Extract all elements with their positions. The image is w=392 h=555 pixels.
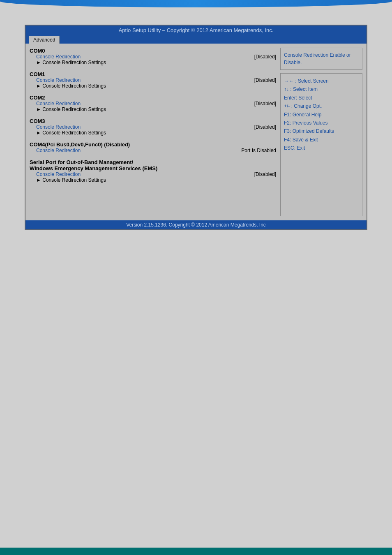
key-f3: F3: Optimized Defaults — [284, 127, 359, 135]
com1-heading: COM1 — [30, 71, 276, 77]
com1-row: Console Redirection [Disabled] — [30, 77, 276, 83]
keys-box: →← : Select Screen ↑↓ : Select Item Ente… — [280, 73, 362, 216]
com3-heading: COM3 — [30, 118, 276, 124]
key-f1: F1: General Help — [284, 111, 359, 119]
com2-arrow[interactable]: ► Console Redirection Settings — [30, 106, 276, 112]
com1-subitem[interactable]: Console Redirection — [36, 77, 81, 83]
key-select-screen: →← : Select Screen — [284, 77, 359, 85]
key-select-item: ↑↓ : Select Item — [284, 85, 359, 93]
com0-heading: COM0 — [30, 48, 276, 54]
ems-section: Serial Port for Out-of-Band Management/ … — [30, 159, 276, 183]
key-f4: F4: Save & Exit — [284, 136, 359, 144]
com0-row: Console Redirection [Disabled] — [30, 54, 276, 60]
left-panel: COM0 Console Redirection [Disabled] ► Co… — [30, 48, 276, 216]
bottom-bar — [0, 548, 392, 555]
help-text: Console Redirection Enable or Disable. — [284, 52, 351, 65]
com0-subitem[interactable]: Console Redirection — [36, 54, 81, 60]
ems-arrow[interactable]: ► Console Redirection Settings — [30, 177, 276, 183]
com2-row: Console Redirection [Disabled] — [30, 101, 276, 106]
com0-value: [Disabled] — [254, 54, 276, 60]
com3-value: [Disabled] — [254, 124, 276, 130]
com2-heading: COM2 — [30, 95, 276, 101]
ems-line1: Serial Port for Out-of-Band Management/ — [30, 159, 276, 165]
tab-advanced[interactable]: Advanced — [29, 36, 60, 44]
help-box: Console Redirection Enable or Disable. — [280, 48, 362, 70]
key-esc: ESC: Exit — [284, 144, 359, 152]
com3-section: COM3 Console Redirection [Disabled] ► Co… — [30, 118, 276, 136]
ems-row: Console Redirection [Disabled] — [30, 171, 276, 177]
ems-value: [Disabled] — [254, 171, 276, 177]
content-area: COM0 Console Redirection [Disabled] ► Co… — [25, 44, 367, 220]
com2-section: COM2 Console Redirection [Disabled] ► Co… — [30, 95, 276, 112]
top-decorative-bar — [0, 0, 392, 7]
key-change: +/- : Change Opt. — [284, 102, 359, 110]
key-f2: F2: Previous Values — [284, 119, 359, 127]
tab-bar: Advanced — [25, 35, 367, 44]
right-panel: Console Redirection Enable or Disable. →… — [280, 48, 362, 216]
version-bar: Version 2.15.1236. Copyright © 2012 Amer… — [25, 220, 367, 229]
com1-arrow[interactable]: ► Console Redirection Settings — [30, 83, 276, 89]
com4-row: Console Redirection Port Is Disabled — [30, 148, 276, 153]
com0-arrow[interactable]: ► Console Redirection Settings — [30, 60, 276, 65]
com3-row: Console Redirection [Disabled] — [30, 124, 276, 130]
version-text: Version 2.15.1236. Copyright © 2012 Amer… — [126, 222, 266, 228]
com1-section: COM1 Console Redirection [Disabled] ► Co… — [30, 71, 276, 89]
com1-value: [Disabled] — [254, 77, 276, 83]
com4-section: COM4(Pci Bus0,Dev0,Func0) (Disabled) Con… — [30, 141, 276, 153]
com3-subitem[interactable]: Console Redirection — [36, 124, 81, 130]
bios-window: Aptio Setup Utility – Copyright © 2012 A… — [25, 25, 367, 230]
com4-value: Port Is Disabled — [241, 148, 276, 153]
ems-subitem[interactable]: Console Redirection — [36, 171, 81, 177]
com3-arrow[interactable]: ► Console Redirection Settings — [30, 130, 276, 136]
com2-value: [Disabled] — [254, 101, 276, 106]
title-bar: Aptio Setup Utility – Copyright © 2012 A… — [25, 25, 367, 35]
ems-line2: Windows Emergency Management Services (E… — [30, 165, 276, 171]
com4-subitem[interactable]: Console Redirection — [36, 148, 81, 153]
com4-heading: COM4(Pci Bus0,Dev0,Func0) (Disabled) — [30, 141, 276, 148]
com2-subitem[interactable]: Console Redirection — [36, 101, 81, 106]
key-enter: Enter: Select — [284, 94, 359, 102]
com0-section: COM0 Console Redirection [Disabled] ► Co… — [30, 48, 276, 65]
title-text: Aptio Setup Utility – Copyright © 2012 A… — [119, 27, 274, 33]
